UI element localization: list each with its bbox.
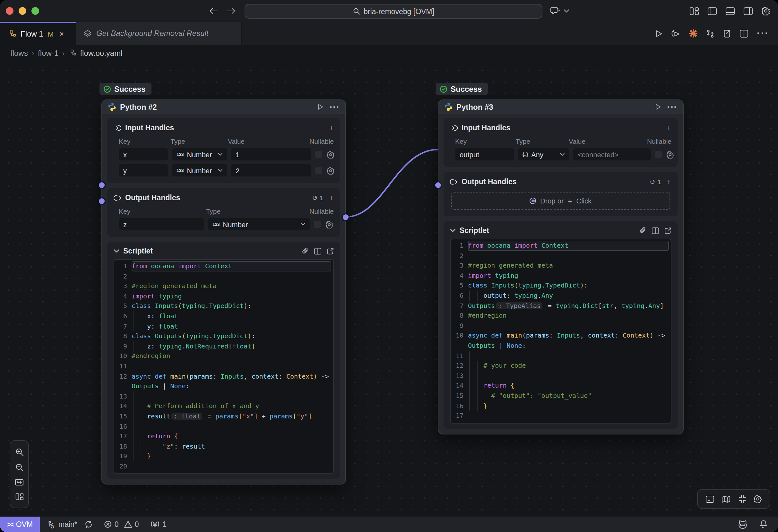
assistant-cat-icon[interactable] <box>737 520 748 529</box>
run-flow-icon[interactable] <box>655 29 663 37</box>
settings-gear-icon[interactable] <box>761 6 770 15</box>
add-input-icon[interactable]: + <box>666 123 672 132</box>
open-external-icon[interactable] <box>665 227 672 234</box>
tab-flow-1[interactable]: Flow 1 M × <box>0 22 76 45</box>
close-window-button[interactable] <box>6 7 13 15</box>
nullable-checkbox[interactable] <box>315 151 322 158</box>
row-settings-gear-icon[interactable] <box>327 167 334 174</box>
flow-file-icon <box>8 30 16 38</box>
customize-layout-icon[interactable] <box>689 7 699 15</box>
branch-indicator[interactable]: main* <box>48 520 77 528</box>
compare-changes-icon[interactable] <box>706 29 714 37</box>
input-handle-y[interactable] <box>99 198 105 204</box>
status-badge: Success <box>99 83 151 95</box>
fit-view-icon[interactable] <box>738 495 747 503</box>
problems-indicator[interactable]: 0 0 <box>104 520 139 528</box>
handle-radio-icon <box>530 198 536 204</box>
output-handle-z[interactable] <box>343 214 348 220</box>
toggle-panel-icon[interactable] <box>705 495 714 503</box>
input-handle-x[interactable] <box>99 182 105 188</box>
add-output-icon[interactable]: + <box>666 177 672 186</box>
split-columns-icon[interactable] <box>314 247 322 254</box>
node-more-icon[interactable]: ··· <box>667 101 677 113</box>
toggle-sidebar-icon[interactable] <box>707 7 717 15</box>
chevron-down-icon[interactable] <box>564 9 569 13</box>
add-input-icon[interactable]: + <box>329 123 334 132</box>
chevron-down-icon <box>218 169 223 172</box>
type-select[interactable]: 123Number <box>172 148 227 160</box>
history-icon[interactable]: ↺1 <box>650 178 661 185</box>
canvas-settings-gear-icon[interactable] <box>754 495 762 503</box>
run-node-icon[interactable] <box>655 103 661 110</box>
row-settings-gear-icon[interactable] <box>327 151 334 158</box>
row-settings-gear-icon[interactable] <box>666 151 674 158</box>
node-header[interactable]: Python #2 ··· <box>102 100 345 114</box>
key-field[interactable]: y <box>119 164 168 176</box>
fit-width-icon[interactable] <box>15 479 24 486</box>
type-select[interactable]: {..}Any <box>518 148 569 160</box>
rerun-icon[interactable] <box>671 29 681 37</box>
toggle-secondary-sidebar-icon[interactable] <box>743 7 753 15</box>
split-editor-icon[interactable] <box>740 29 749 37</box>
code-editor[interactable]: 1from oocana import Context23#region gen… <box>450 239 672 423</box>
key-field[interactable]: output <box>455 148 514 160</box>
search-text: bria-removebg [OVM] <box>364 7 434 15</box>
breadcrumb-item[interactable]: flow-1 <box>38 49 58 58</box>
value-field[interactable]: 1 <box>231 148 311 160</box>
zoom-in-icon[interactable] <box>15 448 23 456</box>
breadcrumb-item[interactable]: flow.oo.yaml <box>80 49 122 58</box>
remote-indicator[interactable]: >< OVM <box>0 517 40 532</box>
nullable-checkbox[interactable] <box>655 151 662 158</box>
collapse-chevron-icon[interactable] <box>450 229 456 232</box>
toggle-panel-icon[interactable] <box>725 7 735 15</box>
layout-overview-icon[interactable] <box>15 493 23 501</box>
node-python-3[interactable]: Success Python #3 ··· Input Han <box>438 99 684 434</box>
output-drop-zone[interactable]: Drop or + Click <box>451 192 670 210</box>
chevron-down-icon <box>560 153 565 156</box>
forward-button[interactable] <box>227 7 236 15</box>
nullable-checkbox[interactable] <box>314 221 321 228</box>
split-columns-icon[interactable] <box>651 227 659 234</box>
zoom-out-icon[interactable] <box>15 463 23 472</box>
maximize-window-button[interactable] <box>31 7 39 15</box>
tab-get-background-removal-result[interactable]: Get Background Removal Result <box>76 22 242 45</box>
key-field[interactable]: x <box>119 148 168 160</box>
export-share-icon[interactable] <box>723 29 731 37</box>
back-button[interactable] <box>209 7 218 15</box>
minimap-icon[interactable] <box>721 495 730 503</box>
scriptlet-section: Scriptlet 1from oocana import Context23#… <box>107 242 340 479</box>
flow-canvas[interactable]: Success Python #2 ··· <box>0 61 778 517</box>
history-icon[interactable]: ↺1 <box>312 194 323 201</box>
collapse-chevron-icon[interactable] <box>113 249 120 253</box>
sync-changes[interactable] <box>85 520 93 528</box>
node-more-icon[interactable]: ··· <box>329 101 339 113</box>
attach-paperclip-icon[interactable] <box>639 227 646 234</box>
key-field[interactable]: z <box>119 218 204 231</box>
command-center-search[interactable]: bria-removebg [OVM] <box>245 4 542 19</box>
ai-chat-icon[interactable] <box>549 6 560 16</box>
errors-icon <box>104 520 112 528</box>
row-settings-gear-icon[interactable] <box>325 220 333 228</box>
type-select[interactable]: 123Number <box>172 164 227 176</box>
node-python-2[interactable]: Success Python #2 ··· <box>101 99 346 485</box>
value-field[interactable]: 2 <box>231 164 311 176</box>
type-select[interactable]: 123Number <box>208 218 310 231</box>
close-tab-icon[interactable]: × <box>59 29 64 38</box>
input-handle-output[interactable] <box>435 182 441 188</box>
notifications-bell-icon[interactable] <box>759 520 768 529</box>
more-actions-icon[interactable]: ··· <box>757 27 769 39</box>
open-external-icon[interactable] <box>327 247 334 254</box>
add-output-icon[interactable]: + <box>329 193 334 202</box>
code-editor[interactable]: 1from oocana import Context23#region gen… <box>113 259 334 474</box>
ports-indicator[interactable]: 1 <box>150 520 167 528</box>
nullable-checkbox[interactable] <box>315 167 322 174</box>
breadcrumb-item[interactable]: flows <box>10 49 28 58</box>
node-header[interactable]: Python #3 ··· <box>439 100 683 114</box>
node-title: Python #2 <box>120 102 157 111</box>
run-node-icon[interactable] <box>317 103 323 110</box>
canvas-zoom-toolbar <box>10 440 29 508</box>
value-field[interactable]: <connected> <box>573 148 651 160</box>
ai-starburst-icon[interactable] <box>689 29 698 38</box>
attach-paperclip-icon[interactable] <box>302 247 309 255</box>
minimize-window-button[interactable] <box>19 7 26 15</box>
